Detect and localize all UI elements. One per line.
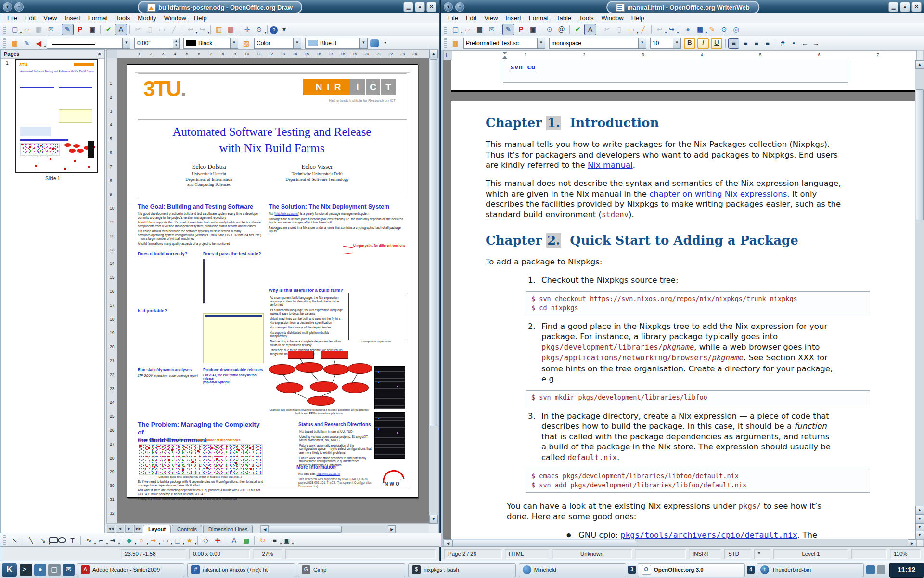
window-sticky-icon[interactable]: + [14, 2, 24, 12]
toolbar-grip[interactable] [3, 25, 6, 34]
next-tab-icon[interactable]: ▶ [125, 525, 133, 533]
line-style-combo[interactable]: ▼ [47, 38, 130, 49]
autospellcheck-icon[interactable]: A [115, 24, 127, 35]
format-paintbrush-icon[interactable]: ╱ [638, 24, 649, 35]
symbol-shapes-icon[interactable]: ○▼ [136, 535, 147, 546]
edit-file-icon[interactable]: ✎ [62, 24, 74, 35]
increase-indent-button[interactable]: → [811, 39, 821, 48]
scroll-up-icon[interactable]: ▲ [429, 50, 438, 58]
glue-points-icon[interactable]: ✛ [212, 535, 223, 546]
new-document-icon[interactable]: ▢▼ [450, 24, 461, 35]
zoom-level[interactable]: 110% [890, 549, 921, 559]
language-indicator[interactable]: Unknown [552, 549, 632, 559]
zoom-level[interactable]: 27% [253, 549, 282, 559]
menu-item[interactable]: File [444, 14, 462, 22]
toolbar-grip[interactable] [3, 535, 6, 545]
alignment-icon[interactable]: ≡▼ [269, 535, 280, 546]
prev-tab-icon[interactable]: ◀ [116, 525, 124, 533]
k-menu-icon[interactable]: K [2, 563, 17, 577]
align-left-button[interactable]: ≡ [728, 38, 739, 49]
undo-icon[interactable]: ↩▼ [185, 24, 196, 35]
find-replace-icon[interactable]: ⊙ [719, 24, 730, 35]
minimize-button[interactable]: ▁ [888, 2, 898, 12]
chevron-down-icon[interactable]: ▼ [638, 38, 646, 48]
terminal-launcher-icon[interactable]: >_ [20, 564, 32, 576]
link[interactable]: http://nix.cs.uu.nl/ [316, 472, 340, 475]
page-preview-icon[interactable]: ⊙ [544, 24, 555, 35]
slide-thumbnail[interactable]: 3TU. Automated Software Testing and Rele… [15, 59, 98, 173]
close-button[interactable]: ✕ [911, 2, 922, 12]
italic-button[interactable]: I [697, 38, 709, 49]
insert-picture-icon[interactable]: ▤ [241, 535, 252, 546]
navigation-icon[interactable]: ● [915, 514, 924, 523]
connector-icon[interactable]: ⌐▼ [95, 535, 106, 546]
callouts-icon[interactable]: ▢▼ [172, 535, 183, 546]
save-icon[interactable]: ▦ [474, 24, 485, 35]
chevron-down-icon[interactable]: ▼ [230, 38, 238, 48]
toolbar-grip[interactable] [3, 38, 6, 48]
export-pdf-icon[interactable]: P [75, 24, 86, 35]
open-icon[interactable]: ▱ [462, 24, 473, 35]
align-right-button[interactable]: ≡ [751, 39, 761, 48]
fontwork-icon[interactable]: A [229, 535, 240, 546]
spellcheck-icon[interactable]: ✔ [103, 24, 114, 35]
chart-icon[interactable]: ▥ [213, 24, 224, 35]
menu-item[interactable]: Help [628, 14, 648, 22]
paste-icon[interactable]: ▭▼ [626, 24, 637, 35]
taskbar-button-gimp[interactable]: GGimp [298, 563, 405, 577]
tab-type-selector[interactable]: L [443, 50, 453, 60]
horizontal-ruler[interactable]: 123456789101112131415161718192021222324 [117, 49, 430, 58]
basic-shapes-icon[interactable]: ◆▼ [124, 535, 135, 546]
flowchart-icon[interactable]: ▭▼ [160, 535, 171, 546]
scroll-up-icon[interactable]: ▲ [915, 60, 924, 69]
arrow-shapes-icon[interactable]: ➔▼ [148, 535, 159, 546]
arrange-icon[interactable]: ▣▼ [281, 535, 292, 546]
scroll-right-icon[interactable]: ▶ [388, 525, 396, 533]
spellcheck-icon[interactable]: ✔ [572, 24, 583, 35]
menu-item[interactable]: File [3, 14, 21, 22]
link[interactable]: pkgs/tools/archivers/cpio/default.nix [620, 530, 797, 539]
autospellcheck-icon[interactable]: A [584, 24, 596, 35]
navigator-icon[interactable]: ✛ [242, 24, 253, 35]
align-center-button[interactable]: ≡ [740, 39, 750, 48]
styles-icon[interactable]: ▤ [450, 38, 461, 49]
font-size-combo[interactable]: 10▼ [650, 38, 681, 49]
taskbar-button-openoffice[interactable]: OOpenOffice.org 3.0 [638, 563, 745, 577]
paragraph-style-combo[interactable]: Preformatted Text.sc▼ [463, 38, 545, 49]
draw-titlebar[interactable]: ▼ + buildfarms-poster.odg - OpenOffice.o… [0, 0, 439, 13]
area-style-icon[interactable]: ▨ [241, 38, 252, 49]
text-icon[interactable]: T [67, 535, 78, 546]
snap-lines-icon[interactable]: ◀▼ [33, 38, 44, 49]
new-document-icon[interactable]: ▢▼ [9, 24, 20, 35]
taskbar-button-adobe-reader[interactable]: AAdobe Reader - Sinter2009 [77, 563, 184, 577]
paste-icon[interactable]: ▭ [156, 24, 167, 35]
page-2[interactable]: Chapter 1. Introduction This manual tell… [451, 101, 916, 539]
menu-item[interactable]: View [480, 14, 501, 22]
menu-item[interactable]: Edit [21, 14, 39, 22]
chevron-down-icon[interactable]: ▼ [359, 38, 367, 48]
shadow-icon[interactable] [370, 39, 379, 47]
tab-layout[interactable]: Layout [143, 525, 171, 533]
menu-item[interactable]: Tools [112, 14, 134, 22]
navigator-icon[interactable]: ◎ [731, 24, 742, 35]
copy-icon[interactable]: ▯ [144, 24, 155, 35]
cut-icon[interactable]: ✂ [132, 24, 143, 35]
save-icon[interactable]: ▦ [33, 24, 44, 35]
minimize-button[interactable]: ▁ [403, 2, 413, 12]
writer-vertical-scrollbar[interactable]: ▲ ▲ ● ▼ ▼ [915, 60, 924, 540]
numbered-list-button[interactable]: # [778, 39, 788, 48]
poster-page[interactable]: 3TU. NIR I C T Netherlands Institute for… [127, 64, 418, 498]
open-icon[interactable]: ▱ [21, 24, 32, 35]
taskbar-button-bash[interactable]: $nixpkgs : bash [408, 563, 515, 577]
draw-canvas[interactable]: 3TU. NIR I C T Netherlands Institute for… [117, 58, 429, 523]
code-link[interactable]: svn co [510, 63, 535, 71]
menu-item[interactable]: Window [160, 14, 190, 22]
toolbar-options-icon[interactable]: ▾ [279, 24, 290, 35]
close-button[interactable]: ✕ [426, 2, 436, 12]
fill-color-combo[interactable]: Blue 8▼ [305, 38, 368, 49]
last-tab-icon[interactable]: ▶▶ [134, 525, 142, 533]
previous-page-icon[interactable]: ▲ [915, 506, 924, 514]
maximize-button[interactable]: ▲ [415, 2, 425, 12]
toolbar-options-icon[interactable]: ▼ [380, 38, 391, 49]
rotate-icon[interactable]: ↻ [257, 535, 268, 546]
